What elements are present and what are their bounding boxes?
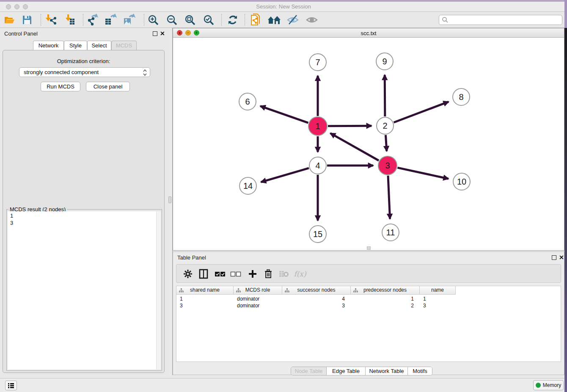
- memory-label: Memory: [543, 382, 561, 388]
- close-table-panel-icon[interactable]: ✕: [559, 254, 564, 260]
- deselect-all-checks-icon[interactable]: [229, 267, 242, 281]
- graph-node-4[interactable]: 4: [309, 157, 327, 174]
- table-row[interactable]: 3dominator323: [176, 302, 561, 309]
- delete-table-icon[interactable]: [277, 267, 291, 281]
- table-toolbar: f(x): [176, 264, 561, 283]
- graph-edge-3-11[interactable]: [388, 176, 390, 219]
- float-panel-icon[interactable]: [153, 31, 157, 36]
- zoom-in-icon[interactable]: [146, 13, 160, 27]
- memory-button[interactable]: Memory: [533, 380, 564, 390]
- table-cell: 1: [420, 295, 456, 302]
- attribute-icon: [179, 288, 184, 293]
- tab-motifs[interactable]: Motifs: [408, 367, 432, 375]
- column-header-shared-name[interactable]: shared name: [176, 286, 234, 295]
- graph-node-8[interactable]: 8: [452, 88, 470, 106]
- network-graph: [173, 38, 564, 250]
- table-cell: 3: [420, 302, 456, 309]
- attribute-icon: [353, 288, 358, 293]
- column-header-predecessor-nodes[interactable]: predecessor nodes: [351, 286, 420, 295]
- zoom-selected-icon[interactable]: [201, 13, 216, 27]
- mcds-result-group: MCDS result (2 nodes) 1 3: [6, 209, 162, 371]
- tab-select[interactable]: Select: [87, 41, 111, 50]
- graph-node-2[interactable]: 2: [376, 117, 394, 135]
- refresh-layout-icon[interactable]: [226, 13, 240, 27]
- graph-edge-3-1[interactable]: [330, 133, 379, 161]
- float-table-panel-icon[interactable]: [552, 255, 556, 260]
- table-row[interactable]: 1dominator411: [176, 295, 561, 302]
- tab-network[interactable]: Network: [33, 41, 64, 50]
- tab-style[interactable]: Style: [64, 41, 87, 50]
- function-builder-icon[interactable]: f(x): [293, 267, 307, 281]
- result-scrollbar[interactable]: [156, 211, 161, 370]
- zoom-out-icon[interactable]: [165, 13, 179, 27]
- graph-edge-4-14[interactable]: [261, 168, 309, 182]
- graph-edge-1-6[interactable]: [260, 106, 308, 123]
- graph-node-14[interactable]: 14: [239, 177, 257, 195]
- show-all-icon[interactable]: [305, 13, 319, 27]
- graph-edge-1-2[interactable]: [328, 126, 372, 126]
- tab-network-table[interactable]: Network Table: [366, 367, 408, 375]
- zoom-fit-icon[interactable]: [183, 13, 197, 27]
- vertical-splitter-handle[interactable]: [168, 196, 171, 203]
- mcds-result-line: 3: [10, 219, 158, 226]
- select-all-checks-icon[interactable]: [213, 267, 227, 281]
- optimization-criterion-label: Optimization criterion:: [3, 58, 164, 64]
- graph-edge-2-9[interactable]: [385, 75, 385, 116]
- tab-edge-table[interactable]: Edge Table: [327, 367, 366, 375]
- export-network-icon[interactable]: [85, 13, 99, 27]
- optimization-criterion-select[interactable]: strongly connected component: [19, 67, 150, 77]
- import-network-icon[interactable]: [43, 13, 58, 27]
- add-column-icon[interactable]: [246, 267, 259, 281]
- table-cell: 2: [351, 302, 420, 309]
- show-panels-list-button[interactable]: [5, 381, 17, 390]
- column-visibility-icon[interactable]: [197, 267, 210, 281]
- table-settings-icon[interactable]: [181, 267, 195, 281]
- graph-edge-2-8[interactable]: [394, 102, 449, 122]
- desktop-edge: [564, 28, 567, 392]
- search-input-field[interactable]: [449, 16, 562, 24]
- first-neighbors-icon[interactable]: [267, 13, 281, 27]
- graph-node-10[interactable]: 10: [453, 173, 471, 190]
- graph-node-7[interactable]: 7: [309, 53, 327, 71]
- network-canvas[interactable]: 7968124314101511: [173, 38, 564, 250]
- save-session-icon[interactable]: [20, 13, 34, 27]
- horizontal-splitter-handle[interactable]: [367, 246, 371, 250]
- new-network-from-selection-icon[interactable]: [249, 13, 263, 27]
- table-cell: 3: [176, 302, 234, 309]
- tab-node-table[interactable]: Node Table: [291, 367, 327, 375]
- node-table: shared nameMCDS rolesuccessor nodesprede…: [176, 286, 561, 362]
- list-icon: [8, 383, 14, 389]
- run-mcds-button[interactable]: Run MCDS: [41, 82, 80, 91]
- graph-edge-2-3[interactable]: [385, 135, 386, 151]
- mcds-result-list[interactable]: 1 3: [8, 211, 161, 370]
- tab-mcds[interactable]: MCDS: [111, 41, 137, 50]
- table-cell: dominator: [234, 295, 282, 302]
- graph-node-9[interactable]: 9: [376, 52, 394, 70]
- window-title: Session: New Session: [0, 3, 567, 10]
- graph-node-3[interactable]: 3: [378, 156, 397, 175]
- graph-node-1[interactable]: 1: [308, 116, 328, 136]
- graph-node-6[interactable]: 6: [239, 93, 256, 110]
- hide-selected-icon[interactable]: [286, 13, 300, 27]
- open-file-icon[interactable]: [2, 13, 17, 27]
- graph-node-15[interactable]: 15: [309, 225, 327, 243]
- column-header-MCDS-role[interactable]: MCDS role: [234, 286, 282, 295]
- import-table-icon[interactable]: [63, 13, 77, 27]
- select-stepper-icon: [143, 69, 147, 76]
- column-header-name[interactable]: name: [420, 286, 456, 295]
- delete-column-icon[interactable]: [261, 267, 275, 281]
- vertical-splitter[interactable]: [168, 28, 173, 375]
- control-panel: Control Panel ✕ NetworkStyleSelectMCDS O…: [0, 28, 168, 375]
- column-header-successor-nodes[interactable]: successor nodes: [282, 286, 351, 295]
- close-panel-button[interactable]: Close panel: [86, 82, 130, 91]
- graph-edge-3-10[interactable]: [397, 168, 448, 179]
- graph-node-11[interactable]: 11: [382, 224, 399, 241]
- control-panel-title: Control Panel: [4, 30, 38, 37]
- toolbar-separator: [221, 14, 222, 26]
- export-table-icon[interactable]: [103, 13, 118, 27]
- attribute-icon: [285, 288, 289, 293]
- search-input[interactable]: [439, 15, 562, 25]
- node-table-header: shared nameMCDS rolesuccessor nodesprede…: [176, 286, 456, 295]
- close-panel-icon[interactable]: ✕: [160, 30, 165, 36]
- export-image-icon[interactable]: [122, 13, 136, 27]
